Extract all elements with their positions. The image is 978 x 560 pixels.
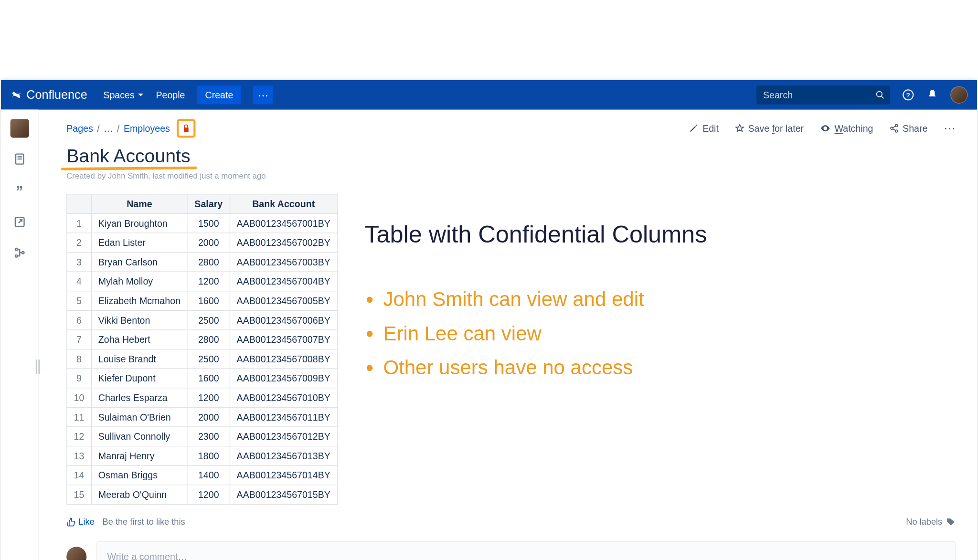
search-input[interactable] [756, 85, 890, 104]
cell-salary: 1400 [188, 465, 230, 485]
chevron-down-icon [137, 92, 144, 98]
notifications-icon[interactable] [926, 89, 938, 101]
space-avatar[interactable] [10, 119, 29, 137]
lock-icon [181, 124, 191, 133]
nav-people[interactable]: People [156, 90, 185, 100]
create-button[interactable]: Create [197, 85, 241, 104]
table-row: 3Bryan Carlson2800AAB001234567003BY [67, 253, 338, 272]
cell-rownum: 9 [67, 369, 91, 388]
cell-account: AAB001234567008BY [230, 349, 338, 369]
nav-people-label: People [156, 90, 185, 100]
svg-point-9 [15, 255, 17, 257]
cell-salary: 1500 [188, 213, 230, 233]
annotation-bullet: Erin Lee can view [383, 316, 956, 350]
cell-rownum: 8 [67, 349, 91, 369]
cell-salary: 2500 [188, 349, 230, 369]
app-logo[interactable]: Confluence [11, 88, 87, 102]
svg-point-0 [877, 91, 882, 96]
save-for-later-button[interactable]: Save for later [735, 123, 804, 134]
cell-salary: 1200 [188, 388, 230, 408]
table-row: 12Sullivan Connolly2300AAB001234567012BY [67, 427, 338, 446]
cell-name: Louise Brandt [91, 349, 188, 369]
more-menu-button[interactable]: ⋯ [253, 85, 273, 104]
comment-input[interactable]: Write a comment… [96, 541, 956, 560]
breadcrumb: Pages / … / Employees [66, 119, 195, 137]
app-name: Confluence [26, 88, 87, 102]
cell-salary: 2800 [188, 253, 230, 272]
cell-rownum: 4 [67, 272, 91, 291]
breadcrumb-ellipsis[interactable]: … [104, 123, 113, 134]
cell-salary: 1200 [188, 485, 230, 505]
top-navbar: Confluence Spaces People Create ⋯ ? [1, 80, 977, 110]
cell-salary: 1200 [188, 272, 230, 291]
table-row: 7Zoha Hebert2800AAB001234567007BY [67, 330, 338, 349]
svg-point-14 [895, 130, 897, 132]
table-row: 6Vikki Benton2500AAB001234567006BY [67, 310, 338, 330]
help-icon[interactable]: ? [902, 89, 914, 101]
like-button[interactable]: Like [66, 517, 95, 527]
search-icon [875, 90, 885, 100]
confluence-icon [11, 89, 22, 101]
shortcut-icon[interactable] [13, 215, 26, 232]
eye-icon [820, 123, 830, 134]
page-more-button[interactable]: ⋯ [944, 121, 956, 136]
cell-salary: 2300 [188, 427, 230, 446]
user-avatar[interactable] [950, 86, 967, 104]
table-row: 15Meerab O'Quinn1200AAB001234567015BY [67, 485, 338, 505]
cell-account: AAB001234567005BY [230, 291, 338, 311]
cell-rownum: 14 [67, 465, 91, 485]
quote-icon[interactable]: ” [16, 183, 23, 201]
cell-account: AAB001234567012BY [230, 427, 338, 446]
col-name: Name [91, 194, 188, 214]
cell-name: Manraj Henry [91, 446, 188, 466]
thumbs-up-icon [66, 517, 76, 527]
page-title: Bank Accounts [66, 146, 190, 167]
labels-area[interactable]: No labels [906, 517, 956, 527]
cell-name: Vikki Benton [91, 310, 188, 330]
cell-account: AAB001234567001BY [230, 213, 338, 233]
cell-name: Sullivan Connolly [91, 427, 188, 446]
page-actions: Edit Save for later Watching Share ⋯ [689, 121, 956, 136]
cell-salary: 2800 [188, 330, 230, 349]
cell-rownum: 7 [67, 330, 91, 349]
cell-salary: 2000 [188, 407, 230, 427]
watching-button[interactable]: Watching [820, 123, 873, 134]
svg-point-10 [21, 252, 24, 254]
comment-avatar [66, 547, 86, 560]
share-button[interactable]: Share [889, 123, 927, 134]
cell-salary: 1800 [188, 446, 230, 466]
table-row: 4Mylah Molloy1200AAB001234567004BY [67, 272, 338, 291]
cell-account: AAB001234567004BY [230, 272, 338, 291]
table-row: 9Kiefer Dupont1600AAB001234567009BY [67, 369, 338, 388]
cell-rownum: 11 [67, 407, 91, 427]
table-row: 5Elizabeth Mcmahon1600AAB001234567005BY [67, 291, 338, 311]
cell-name: Charles Esparza [91, 388, 188, 408]
cell-name: Edan Lister [91, 233, 188, 253]
title-highlight [61, 167, 197, 170]
edit-button[interactable]: Edit [689, 123, 719, 134]
table-row: 11Sulaiman O'Brien2000AAB001234567011BY [67, 407, 338, 427]
cell-rownum: 12 [67, 427, 91, 446]
breadcrumb-pages[interactable]: Pages [66, 123, 93, 134]
cell-account: AAB001234567003BY [230, 253, 338, 272]
table-row: 13Manraj Henry1800AAB001234567013BY [67, 446, 338, 466]
table-row: 14Osman Briggs1400AAB001234567014BY [67, 465, 338, 485]
table-row: 8Louise Brandt2500AAB001234567008BY [67, 349, 338, 369]
nav-spaces[interactable]: Spaces [103, 90, 144, 100]
cell-rownum: 2 [67, 233, 91, 253]
cell-name: Mylah Molloy [91, 272, 188, 291]
tree-icon[interactable] [13, 246, 26, 262]
cell-rownum: 15 [67, 485, 91, 505]
cell-name: Meerab O'Quinn [91, 485, 188, 505]
page-icon[interactable] [13, 152, 26, 169]
breadcrumb-employees[interactable]: Employees [124, 123, 170, 134]
cell-rownum: 5 [67, 291, 91, 311]
svg-line-16 [893, 129, 895, 130]
svg-line-15 [893, 126, 895, 127]
star-icon [735, 124, 744, 133]
left-sidebar: ” » [1, 110, 38, 560]
cell-rownum: 10 [67, 388, 91, 408]
col-account: Bank Account [230, 194, 338, 214]
restrictions-lock-highlight[interactable] [177, 119, 195, 137]
cell-name: Kiyan Broughton [91, 213, 188, 233]
